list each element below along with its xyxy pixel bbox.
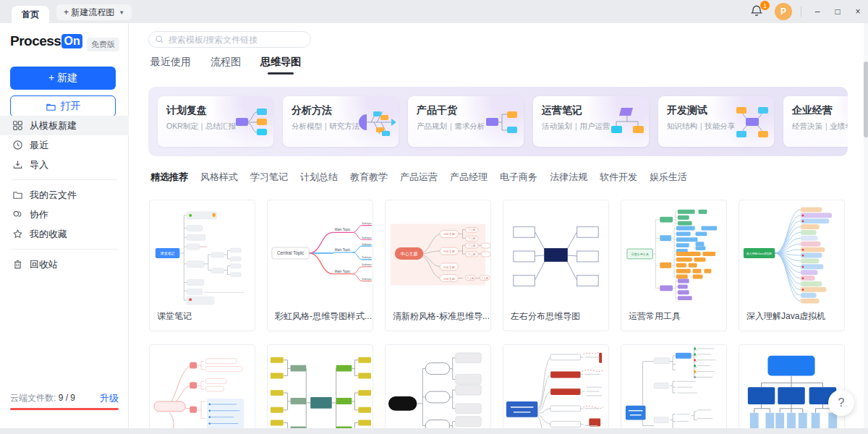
- template-thumbnail: [621, 345, 726, 428]
- storage-value: 9 / 9: [59, 393, 75, 403]
- window-title-bar: 首页 + 新建流程图 ▼ 1 P – □ ×: [0, 0, 868, 23]
- template-title: 深入理解Java虚拟机: [739, 307, 844, 323]
- thumbnail-branch-label: 分支主题: [443, 232, 455, 236]
- search-bar[interactable]: [148, 31, 311, 48]
- storage-meter: 云端文件数: 9 / 9 升级: [10, 392, 119, 404]
- sidebar-item-label: 回收站: [30, 258, 58, 271]
- filter-chip[interactable]: 教育教学: [350, 171, 388, 184]
- template-card-fresh-pink[interactable]: 中心主题 分支主题 分支主题: [385, 200, 491, 331]
- thumbnail-branch-label: 分支主题: [443, 250, 455, 253]
- tab-recent-used[interactable]: 最近使用: [150, 56, 191, 75]
- help-button-label: ?: [838, 396, 845, 409]
- tab-mindmap[interactable]: 思维导图: [260, 56, 301, 75]
- mindmap-illustration-icon: [233, 106, 271, 139]
- template-card-row2-6[interactable]: [739, 344, 845, 428]
- filter-chip[interactable]: 娱乐生活: [650, 171, 687, 184]
- star-icon: [12, 229, 23, 239]
- template-card-row2-5[interactable]: [621, 344, 727, 428]
- template-card-operation-tools[interactable]: 运营常用工具 运营常用工具: [621, 200, 727, 331]
- template-card-left-right-mindmap[interactable]: 左右分布思维导图: [503, 200, 609, 331]
- template-card-rainbow-style[interactable]: Central Topic Main Topic Main Topic Main…: [267, 200, 373, 331]
- template-icon: [12, 120, 23, 131]
- close-button[interactable]: ×: [848, 0, 868, 23]
- tab-home[interactable]: 首页: [12, 6, 49, 23]
- logo-text-on: On: [61, 34, 82, 48]
- window-controls-divider: [801, 7, 801, 17]
- template-thumbnail: 深入理解Java虚拟机: [739, 200, 844, 307]
- sidebar-item-new-from-template[interactable]: 从模板新建: [0, 116, 129, 135]
- open-button[interactable]: 打开: [10, 95, 116, 117]
- chevron-down-icon: ▼: [119, 9, 124, 16]
- template-card-classroom-notes[interactable]: 课堂笔记: [149, 200, 255, 331]
- thumbnail-sub-label: 子主题: [468, 244, 476, 247]
- scrollbar-thumb[interactable]: [864, 61, 868, 137]
- new-button[interactable]: + 新建: [10, 67, 116, 90]
- category-card-product-tips[interactable]: 产品干货 产品规划｜需求分析: [408, 96, 524, 147]
- sidebar-item-label: 从模板新建: [30, 119, 77, 132]
- filter-chip[interactable]: 风格样式: [200, 171, 238, 184]
- sidebar-item-label: 我的云文件: [30, 189, 77, 202]
- sidebar-item-recent[interactable]: 最近: [0, 135, 129, 155]
- tab-flowchart[interactable]: 流程图: [210, 56, 241, 75]
- thumbnail-sub-label: 子主题: [467, 277, 475, 280]
- scrollbar-track[interactable]: [864, 23, 868, 428]
- filter-chip[interactable]: 法律法规: [550, 171, 587, 184]
- thumbnail-main-label: Main Topic: [335, 248, 351, 252]
- xmap-illustration-icon: [733, 106, 771, 139]
- filter-chip[interactable]: 精选推荐: [150, 171, 188, 184]
- avatar[interactable]: P: [775, 3, 792, 20]
- filter-chip[interactable]: 产品经理: [450, 171, 488, 184]
- category-title: 企业经营: [792, 104, 848, 117]
- template-grid-row2: [149, 344, 845, 428]
- category-card-business-management[interactable]: 企业经营 经营决策｜业绩考核: [783, 96, 848, 147]
- filter-chip[interactable]: 学习笔记: [250, 171, 288, 184]
- filter-chip[interactable]: 计划总结: [300, 171, 338, 184]
- template-thumbnail: Central Topic Main Topic Main Topic Main…: [268, 200, 373, 307]
- sidebar-item-label: 协作: [30, 208, 48, 221]
- category-card-plan-review[interactable]: 计划复盘 OKR制定｜总结汇报: [158, 96, 273, 147]
- thumbnail-main-label: Main Topic: [335, 270, 351, 273]
- notification-badge: 1: [760, 1, 770, 10]
- content-tabs: 最近使用 流程图 思维导图: [150, 56, 301, 75]
- template-thumbnail: [386, 345, 490, 428]
- sidebar-item-label: 我的收藏: [30, 228, 67, 241]
- help-button[interactable]: ?: [828, 390, 854, 416]
- template-card-row2-4[interactable]: [503, 344, 609, 428]
- search-input[interactable]: [169, 35, 292, 45]
- orgchart-illustration-icon: [608, 106, 646, 139]
- sidebar-item-my-cloud-files[interactable]: 我的云文件: [0, 185, 129, 205]
- upgrade-link[interactable]: 升级: [100, 392, 119, 405]
- new-button-label: + 新建: [48, 72, 77, 85]
- new-document-tab-button[interactable]: + 新建流程图 ▼: [56, 4, 132, 20]
- sidebar-item-favorites[interactable]: 我的收藏: [0, 224, 129, 244]
- thumbnail-sub-label: Subtopic: [362, 222, 372, 225]
- filter-chip[interactable]: 电子商务: [500, 171, 537, 184]
- avatar-initial: P: [780, 7, 786, 17]
- category-card-dev-testing[interactable]: 开发测试 知识结构｜技能分享: [658, 96, 774, 147]
- clock-icon: [12, 140, 23, 150]
- minimize-button[interactable]: –: [807, 0, 827, 23]
- thumbnail-root-label: Central Topic: [277, 250, 305, 256]
- thumbnail-sub-label: Subtopic: [362, 263, 372, 266]
- sidebar-item-import[interactable]: 导入: [0, 155, 129, 174]
- thumbnail-root-label: 深入理解Java虚拟机: [746, 252, 773, 255]
- sidebar-item-trash[interactable]: 回收站: [0, 255, 129, 274]
- filter-chip[interactable]: 产品运营: [400, 171, 438, 184]
- sidebar-item-collaboration[interactable]: 协作: [0, 205, 129, 224]
- template-thumbnail: [739, 345, 844, 428]
- import-icon: [12, 159, 23, 170]
- filter-chip[interactable]: 软件开发: [600, 171, 637, 184]
- trash-icon: [12, 259, 23, 270]
- category-card-operation-notes[interactable]: 运营笔记 活动策划｜用户运营: [533, 96, 649, 147]
- sidebar-menu: 从模板新建 最近 导入 我的云文件 协作 我的收藏 回收站: [0, 116, 129, 274]
- template-card-row2-2[interactable]: [267, 344, 373, 428]
- template-card-row2-3[interactable]: [385, 344, 491, 428]
- template-card-row2-1[interactable]: [149, 344, 255, 428]
- maximize-button[interactable]: □: [827, 0, 848, 23]
- thumbnail-branch-label: 分支主题: [443, 277, 455, 281]
- logo-text-process: Process: [10, 33, 61, 49]
- template-card-java-jvm[interactable]: 深入理解Java虚拟机: [739, 200, 845, 331]
- category-card-analysis-methods[interactable]: 分析方法 分析模型｜研究方法: [283, 96, 399, 147]
- thumbnail-root-label: 课堂笔记: [161, 251, 175, 255]
- notifications-button[interactable]: 1: [750, 4, 765, 19]
